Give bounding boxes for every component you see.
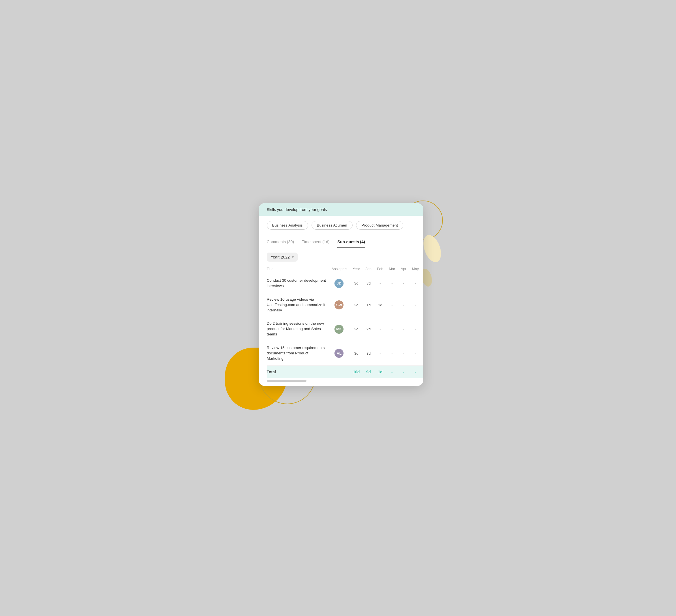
total-row: Total 10d 9d 1d - - -: [267, 365, 423, 378]
scene: Skills you develop from your goals Busin…: [242, 198, 434, 418]
horizontal-scrollbar[interactable]: [267, 380, 306, 382]
row-0-ju: [421, 274, 423, 293]
total-jan: 9d: [363, 365, 374, 378]
chevron-down-icon: ▾: [292, 255, 294, 259]
col-feb: Feb: [374, 264, 386, 274]
row-3-mar: -: [386, 342, 398, 366]
skill-tag-1[interactable]: Business Acumen: [312, 221, 352, 230]
total-mar: -: [386, 365, 398, 378]
skill-tag-2[interactable]: Product Management: [356, 221, 403, 230]
table-row: Conduct 30 customer development intervie…: [267, 274, 423, 293]
total-ju: [421, 365, 423, 378]
row-1-year: 2d: [350, 293, 363, 317]
row-1-ju: [421, 293, 423, 317]
col-may: May: [409, 264, 421, 274]
year-filter: Year: 2022 ▾: [259, 248, 423, 264]
row-0-assignee: JD: [329, 274, 350, 293]
table-wrapper: Title Assignee Year Jan Feb Mar Apr May …: [259, 264, 423, 378]
row-2-mar: -: [386, 317, 398, 342]
avatar: JD: [334, 279, 343, 288]
row-3-jan: 3d: [363, 342, 374, 366]
total-label: Total: [267, 365, 329, 378]
total-assignee: [329, 365, 350, 378]
table-row: Review 10 usage videos via UserTesting.c…: [267, 293, 423, 317]
col-mar: Mar: [386, 264, 398, 274]
table-header-row: Title Assignee Year Jan Feb Mar Apr May …: [267, 264, 423, 274]
tab-time-spent[interactable]: Time spent (1d): [302, 240, 330, 248]
row-3-ju: [421, 342, 423, 366]
row-2-jan: 2d: [363, 317, 374, 342]
avatar: MK: [334, 325, 343, 334]
tabs: Comments (30) Time spent (1d) Sub-quests…: [259, 235, 423, 248]
row-3-may: -: [409, 342, 421, 366]
row-3-apr: -: [398, 342, 409, 366]
table-row: Do 2 training sessions on the new produc…: [267, 317, 423, 342]
year-label: Year: 2022: [271, 255, 290, 259]
row-3-year: 3d: [350, 342, 363, 366]
tab-comments[interactable]: Comments (30): [267, 240, 294, 248]
col-assignee: Assignee: [329, 264, 350, 274]
skill-tag-0[interactable]: Business Analysis: [267, 221, 308, 230]
total-apr: -: [398, 365, 409, 378]
skills-banner-text: Skills you develop from your goals: [267, 207, 327, 212]
row-2-assignee: MK: [329, 317, 350, 342]
row-0-mar: -: [386, 274, 398, 293]
row-1-title: Review 10 usage videos via UserTesting.c…: [267, 293, 329, 317]
row-2-year: 2d: [350, 317, 363, 342]
row-1-jan: 1d: [363, 293, 374, 317]
row-0-feb: -: [374, 274, 386, 293]
main-card: Skills you develop from your goals Busin…: [259, 203, 423, 386]
row-0-apr: -: [398, 274, 409, 293]
row-1-mar: -: [386, 293, 398, 317]
row-1-feb: 1d: [374, 293, 386, 317]
row-0-jan: 3d: [363, 274, 374, 293]
col-title: Title: [267, 264, 329, 274]
tab-subquests[interactable]: Sub-quests (4): [337, 240, 365, 248]
row-0-year: 3d: [350, 274, 363, 293]
col-apr: Apr: [398, 264, 409, 274]
col-jan: Jan: [363, 264, 374, 274]
col-year: Year: [350, 264, 363, 274]
row-1-assignee: SW: [329, 293, 350, 317]
total-feb: 1d: [374, 365, 386, 378]
row-1-apr: -: [398, 293, 409, 317]
table-row: Review 15 customer requirements document…: [267, 342, 423, 366]
row-2-feb: -: [374, 317, 386, 342]
total-year: 10d: [350, 365, 363, 378]
row-3-assignee: AL: [329, 342, 350, 366]
row-1-may: -: [409, 293, 421, 317]
subquests-table: Title Assignee Year Jan Feb Mar Apr May …: [267, 264, 423, 378]
row-3-title: Review 15 customer requirements document…: [267, 342, 329, 366]
scrollbar-area: [259, 378, 423, 386]
row-0-may: -: [409, 274, 421, 293]
year-dropdown-button[interactable]: Year: 2022 ▾: [267, 253, 298, 262]
row-2-ju: [421, 317, 423, 342]
row-2-may: -: [409, 317, 421, 342]
total-may: -: [409, 365, 421, 378]
row-2-apr: -: [398, 317, 409, 342]
skills-banner: Skills you develop from your goals: [259, 203, 423, 216]
skill-tags-container: Business Analysis Business Acumen Produc…: [259, 216, 423, 235]
row-0-title: Conduct 30 customer development intervie…: [267, 274, 329, 293]
avatar: AL: [334, 349, 343, 358]
row-3-feb: -: [374, 342, 386, 366]
row-2-title: Do 2 training sessions on the new produc…: [267, 317, 329, 342]
col-ju: Ju: [421, 264, 423, 274]
avatar: SW: [334, 300, 343, 309]
